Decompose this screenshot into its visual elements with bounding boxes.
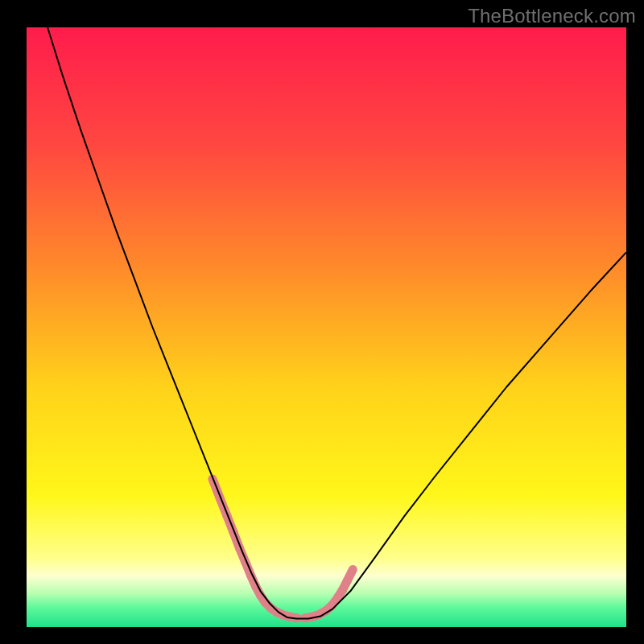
bottleneck-chart bbox=[0, 0, 644, 644]
watermark-label: TheBottleneck.com bbox=[468, 5, 636, 27]
highlight-dashes-right-seg bbox=[348, 569, 353, 580]
plot-background bbox=[27, 27, 626, 627]
chart-stage: TheBottleneck.com bbox=[0, 0, 644, 644]
